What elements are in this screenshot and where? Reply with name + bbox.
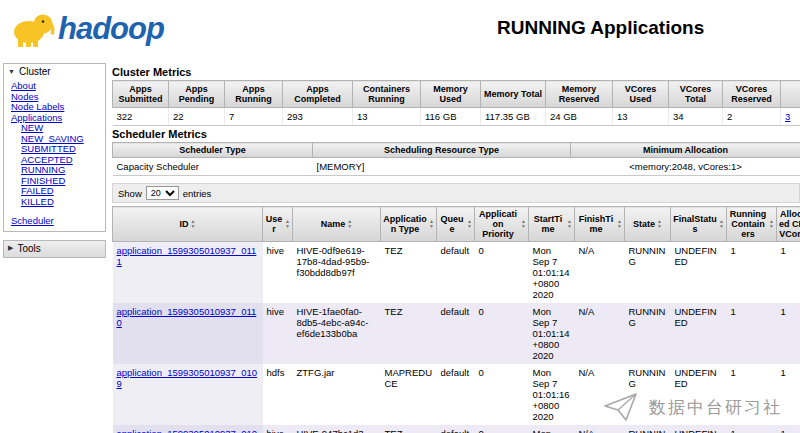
- col-header-finishtime[interactable]: FinishTime▲▼: [575, 207, 625, 242]
- app-finalstatus-cell: UNDEFINED: [671, 425, 727, 433]
- scheduler-metrics-clip: Scheduler Type Scheduling Resource Type …: [112, 142, 800, 178]
- col-header-finalstatus[interactable]: FinalStatus▲▼: [671, 207, 727, 242]
- metric-value-memory-total: 117.35 GB: [481, 108, 546, 126]
- app-row: application_1599305010937_0110 hive HIVE…: [113, 303, 800, 364]
- app-starttime-cell: Mon Sep 7 01:01:14 +0800 2020: [529, 303, 575, 364]
- app-name-cell: HIVE-1fae0fa0-8db5-4ebc-a94c-ef6de133b0b…: [293, 303, 381, 364]
- sidebar-link-nodes[interactable]: Nodes: [11, 91, 38, 102]
- show-label: Show: [118, 188, 142, 199]
- chevron-down-icon: ▼: [8, 68, 15, 75]
- sidebar-link-submitted[interactable]: SUBMITTED: [21, 143, 76, 154]
- scheduler-type-header: Scheduler Type: [113, 143, 313, 158]
- col-header-application-type[interactable]: Application Type▲▼: [381, 207, 437, 242]
- app-id-cell: application_1599305010937_0108: [113, 425, 263, 433]
- sidebar-item-scheduler: Scheduler: [11, 216, 103, 227]
- app-user-cell: hive: [263, 425, 293, 433]
- app-priority-cell: 0: [475, 242, 529, 304]
- sidebar-link-new[interactable]: NEW: [21, 122, 43, 133]
- col-header-running-containers[interactable]: Running Containers▲▼: [727, 207, 777, 242]
- app-state-cell: RUNNING: [625, 425, 671, 433]
- cluster-section-header[interactable]: ▼ Cluster: [4, 64, 105, 80]
- app-containers-cell: 1: [727, 425, 777, 433]
- sort-icon: ▲▼: [429, 219, 434, 229]
- watermark: 数据中台研习社: [595, 389, 790, 425]
- app-finalstatus-cell: UNDEFINED: [671, 303, 727, 364]
- active-nodes-link[interactable]: 3: [785, 111, 790, 122]
- app-priority-cell: 0: [475, 364, 529, 425]
- app-name-cell: ZTFG.jar: [293, 364, 381, 425]
- sort-icon: ▲▼: [617, 219, 622, 229]
- metric-value-vcores-used: 13: [613, 108, 669, 126]
- sidebar-link-scheduler[interactable]: Scheduler: [11, 215, 54, 226]
- scheduling-resource-type-header: Scheduling Resource Type: [313, 143, 571, 158]
- app-finishtime-cell: N/A: [575, 242, 625, 304]
- sort-icon: ▲▼: [657, 219, 662, 229]
- app-queue-cell: default: [437, 242, 475, 304]
- sort-icon: ▲▼: [769, 219, 774, 229]
- sidebar-link-about[interactable]: About: [11, 80, 36, 91]
- app-row: application_1599305010937_0108 hive HIVE…: [113, 425, 800, 433]
- metric-header: Memory Total: [481, 81, 546, 108]
- col-header-id[interactable]: ID▲▼: [113, 207, 263, 242]
- app-id-link[interactable]: application_1599305010937_0110: [117, 306, 257, 328]
- app-id-link[interactable]: application_1599305010937_0109: [117, 367, 258, 389]
- col-header-application-priority[interactable]: Application Priority▲▼: [475, 207, 529, 242]
- tools-section-header[interactable]: ▶ Tools: [4, 241, 105, 257]
- sort-icon: ▲▼: [191, 219, 196, 229]
- app-id-link[interactable]: application_1599305010937_0111: [117, 245, 257, 267]
- content-area: Cluster Metrics Apps Submitted Apps Pend…: [106, 62, 800, 433]
- metric-header: VCores Reserved: [723, 81, 781, 108]
- app-finalstatus-cell: UNDEFINED: [671, 242, 727, 304]
- sidebar-link-new-saving[interactable]: NEW_SAVING: [21, 133, 84, 144]
- scheduler-metrics-header-row: Scheduler Type Scheduling Resource Type …: [113, 143, 800, 158]
- app-priority-cell: 0: [475, 425, 529, 433]
- scheduler-metrics-table: Scheduler Type Scheduling Resource Type …: [112, 142, 800, 176]
- app-queue-cell: default: [437, 303, 475, 364]
- chevron-right-icon: ▶: [8, 244, 13, 252]
- app-id-link[interactable]: application_1599305010937_0108: [117, 428, 258, 433]
- sidebar-link-accepted[interactable]: ACCEPTED: [21, 154, 73, 165]
- col-header-state[interactable]: State▲▼: [625, 207, 671, 242]
- sort-icon: ▲▼: [521, 219, 526, 229]
- cluster-metrics-value-row: 322 22 7 293 13 116 GB 117.35 GB 24 GB 1…: [113, 108, 800, 126]
- sidebar-link-failed[interactable]: FAILED: [21, 185, 54, 196]
- apps-header-row: ID▲▼ User▲▼ Name▲▼ Application Type▲▼ Qu…: [113, 207, 800, 242]
- app-finishtime-cell: N/A: [575, 425, 625, 433]
- metric-value-vcores-reserved: 2: [723, 108, 781, 126]
- page-size-select[interactable]: 20: [146, 186, 179, 200]
- scheduler-metrics-value-row: Capacity Scheduler [MEMORY] <memory:2048…: [113, 158, 800, 176]
- app-type-cell: MAPREDUCE: [381, 364, 437, 425]
- table-length-control: Show 20 entries: [112, 183, 800, 203]
- logo-text: hadoop: [58, 11, 164, 47]
- sort-icon: ▲▼: [467, 219, 472, 229]
- metric-header: Memory Reserved: [546, 81, 613, 108]
- app-name-cell: HIVE-0df9e619-17b8-4dad-95b9-f30bdd8db97…: [293, 242, 381, 304]
- cluster-metrics-table: Apps Submitted Apps Pending Apps Running…: [112, 80, 800, 126]
- col-header-starttime[interactable]: StartTime▲▼: [529, 207, 575, 242]
- sidebar-link-node-labels[interactable]: Node Labels: [11, 101, 64, 112]
- minimum-allocation-header: Minimum Allocation: [571, 143, 800, 158]
- metric-value-apps-running: 7: [225, 108, 283, 126]
- hadoop-logo[interactable]: hadoop: [10, 8, 164, 50]
- metric-header: VCores Used: [613, 81, 669, 108]
- app-type-cell: TEZ: [381, 425, 437, 433]
- entries-label: entries: [183, 188, 212, 199]
- col-header-allocated-cpu-vcores[interactable]: Allocated CPU VCores▲▼: [777, 207, 800, 242]
- metric-value-nodes: 3: [781, 108, 800, 126]
- app-queue-cell: default: [437, 364, 475, 425]
- col-header-user[interactable]: User▲▼: [263, 207, 293, 242]
- sidebar-link-applications[interactable]: Applications: [11, 112, 62, 123]
- app-state-cell: RUNNING: [625, 242, 671, 304]
- app-containers-cell: 1: [727, 242, 777, 304]
- app-id-cell: application_1599305010937_0110: [113, 303, 263, 364]
- metric-value-memory-used: 116 GB: [421, 108, 481, 126]
- sidebar-link-killed[interactable]: KILLED: [21, 196, 54, 207]
- col-header-name[interactable]: Name▲▼: [293, 207, 381, 242]
- app-id-cell: application_1599305010937_0109: [113, 364, 263, 425]
- sidebar-link-finished[interactable]: FINISHED: [21, 175, 65, 186]
- app-id-cell: application_1599305010937_0111: [113, 242, 263, 304]
- metric-value-containers-running: 13: [353, 108, 421, 126]
- app-starttime-cell: Mon Sep 7 01:01:14 +0800 2020: [529, 242, 575, 304]
- sidebar-link-running[interactable]: RUNNING: [21, 164, 65, 175]
- col-header-queue[interactable]: Queue▲▼: [437, 207, 475, 242]
